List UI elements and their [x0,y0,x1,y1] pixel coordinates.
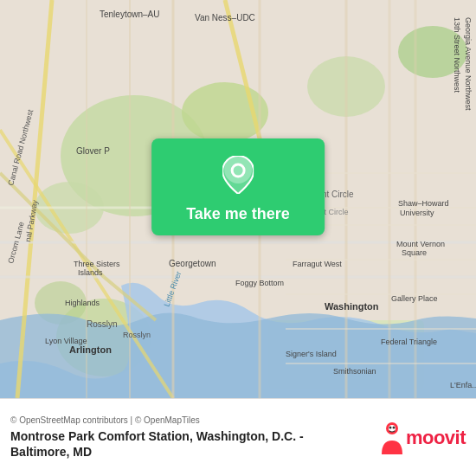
svg-point-67 [389,426,391,428]
location-pin-icon [222,156,254,198]
moovit-mascot-icon [378,421,406,454]
svg-text:Georgetown: Georgetown [169,259,215,268]
svg-text:Signer's Island: Signer's Island [286,350,337,358]
svg-text:Van Ness–UDC: Van Ness–UDC [195,13,255,23]
moovit-logo: moovit [378,421,466,454]
svg-point-68 [392,426,395,428]
svg-text:Washington: Washington [325,301,379,312]
svg-text:Rosslyn: Rosslyn [123,331,151,339]
svg-text:Arlington: Arlington [69,344,112,355]
svg-text:Federal Triangle: Federal Triangle [381,338,437,346]
svg-text:Three Sisters: Three Sisters [74,260,120,268]
svg-text:Lyon Village: Lyon Village [45,337,87,345]
svg-text:Islands: Islands [78,268,103,277]
svg-text:Tenleytown–AU: Tenleytown–AU [100,10,159,19]
svg-text:Foggy Bottom: Foggy Bottom [235,279,284,287]
map-container: Tenleytown–AU Van Ness–UDC Georgia Avenu… [0,0,476,398]
svg-text:13th Street Northwest: 13th Street Northwest [453,17,461,93]
info-bar: © OpenStreetMap contributors | © OpenMap… [0,398,476,476]
svg-text:Farragut West: Farragut West [293,260,342,268]
svg-text:Glover P: Glover P [76,146,110,156]
take-me-there-button[interactable]: Take me there [151,138,325,235]
cta-label: Take me there [186,205,290,223]
moovit-brand-name: moovit [406,427,466,449]
cta-overlay: Take me there [151,138,325,235]
svg-text:Smithsonian: Smithsonian [333,367,376,376]
svg-text:University: University [400,209,434,217]
svg-text:L'Enfa...: L'Enfa... [450,381,476,389]
svg-text:Mount Vernon: Mount Vernon [396,240,445,248]
map-attribution: © OpenStreetMap contributors | © OpenMap… [10,415,368,425]
location-name: Montrose Park Comfort Station, Washingto… [10,428,368,460]
svg-text:Georgia Avenue Northwest: Georgia Avenue Northwest [464,17,473,111]
svg-text:Rosslyn: Rosslyn [87,319,118,329]
info-text: © OpenStreetMap contributors | © OpenMap… [10,415,368,460]
svg-text:Highlands: Highlands [65,299,100,307]
svg-text:Shaw–Howard: Shaw–Howard [398,199,449,208]
svg-text:Gallery Place: Gallery Place [391,294,438,303]
svg-text:Square: Square [402,248,427,257]
